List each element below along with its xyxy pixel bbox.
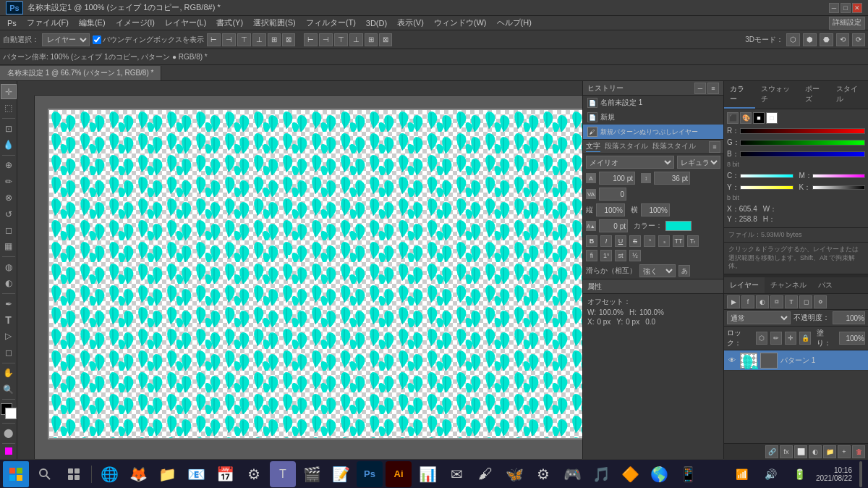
search-button[interactable] [32, 461, 58, 487]
fractions-button[interactable]: ½ [629, 250, 641, 261]
quick-mask-tool[interactable]: ⬤ [1, 426, 17, 441]
path-sel-tool[interactable]: ▷ [1, 329, 17, 344]
active-doc-tab[interactable]: 名称未設定 1 @ 66.7% (パターン 1, RGB/8) * [0, 66, 161, 80]
3d-btn1[interactable]: ⬡ [786, 33, 800, 46]
menu-filter[interactable]: フィルター(T) [302, 16, 360, 30]
italic-button[interactable]: I [600, 235, 612, 247]
layer-fx-btn[interactable]: fx [780, 445, 793, 458]
pen-tool[interactable]: ✒ [1, 296, 17, 311]
excel-app[interactable]: 📊 [414, 461, 441, 487]
shape-tool[interactable]: ◻ [1, 345, 17, 360]
menu-window[interactable]: ウィンドウ(W) [430, 16, 491, 30]
layer-mask-btn[interactable]: ⬜ [794, 445, 807, 458]
layer-link-btn[interactable]: 🔗 [765, 445, 778, 458]
history-minimize[interactable]: ─ [694, 83, 706, 94]
3d-btn3[interactable]: ⬣ [820, 33, 833, 46]
align-left-button[interactable]: ⊢ [207, 33, 221, 46]
menu-help[interactable]: ヘルプ(H) [493, 16, 536, 30]
menu-ps[interactable]: Ps [3, 17, 21, 29]
davinci-app[interactable]: 🎬 [299, 461, 325, 487]
subscript-button[interactable]: ₛ [658, 235, 670, 247]
align-hcenter-button[interactable]: ⊞ [268, 33, 281, 46]
baseline-input[interactable] [599, 219, 628, 232]
superscript-button[interactable]: ˢ [644, 235, 655, 247]
y-slider[interactable] [740, 185, 793, 190]
lock-pixels-btn[interactable]: ✏ [770, 332, 782, 345]
3d-btn5[interactable]: ⟳ [852, 33, 865, 46]
opacity-input[interactable] [833, 311, 865, 324]
network-icon[interactable]: 📶 [729, 461, 755, 487]
canvas-content[interactable] [49, 110, 582, 438]
hand-tool[interactable]: ✋ [1, 366, 17, 381]
text-tab-parastyle[interactable]: 段落スタイル [605, 141, 648, 152]
layers-tab[interactable]: レイヤー [724, 277, 765, 293]
clone-tool[interactable]: ⊗ [1, 190, 17, 205]
m-slider[interactable] [812, 174, 866, 178]
fill-input[interactable] [839, 332, 865, 345]
swatches-tab[interactable]: スウォッチ [755, 81, 799, 109]
align-bottom-button[interactable]: ⊥ [252, 33, 266, 46]
align-top-button[interactable]: ⊤ [237, 33, 251, 46]
layer-visibility-btn[interactable]: 👁 [727, 356, 737, 366]
dodge-tool[interactable]: ◐ [1, 276, 17, 291]
poses-tab[interactable]: ポーズ [799, 81, 830, 109]
align-center-button[interactable]: ⊣ [222, 33, 236, 46]
text-color-swatch[interactable] [665, 221, 692, 231]
menu-format[interactable]: 書式(Y) [212, 16, 247, 30]
calendar-app[interactable]: 📅 [212, 461, 238, 487]
notepad-app[interactable]: 📝 [328, 461, 354, 487]
font-size-input[interactable] [599, 172, 635, 185]
paint-app[interactable]: 🖌 [472, 461, 498, 487]
leading-input[interactable] [654, 172, 690, 185]
c-slider[interactable] [740, 174, 793, 178]
layer-group-btn[interactable]: 📁 [823, 445, 836, 458]
text-tab-parastyle2[interactable]: 段落スタイル [652, 141, 696, 152]
k-slider[interactable] [812, 185, 866, 190]
background-color[interactable] [5, 408, 17, 419]
ligaturesbutton[interactable]: fi [586, 250, 597, 261]
minimize-button[interactable]: ─ [829, 3, 839, 13]
volume-icon[interactable]: 🔊 [758, 461, 784, 487]
layer-delete-btn[interactable]: 🗑 [852, 445, 865, 458]
3d-btn2[interactable]: ⬢ [803, 33, 817, 46]
menu-view[interactable]: 表示(V) [393, 16, 428, 30]
smallcaps-button[interactable]: Tₜ [687, 235, 699, 247]
styles-tab[interactable]: スタイル [830, 81, 868, 109]
show-desktop-button[interactable] [859, 461, 862, 487]
chrome-app[interactable]: 🌐 [96, 461, 122, 487]
text-panel-menu[interactable]: ≡ [709, 141, 720, 153]
history-item-1[interactable]: 📄 名前未設定 1 [583, 96, 723, 110]
allcaps-button[interactable]: TT [673, 235, 684, 247]
bounding-box-checkbox[interactable] [93, 35, 101, 44]
dist-hcenter-button[interactable]: ⊞ [365, 33, 378, 46]
browser2-app[interactable]: 🌎 [646, 461, 672, 487]
vlc-app[interactable]: 🔶 [617, 461, 643, 487]
layer-new-btn[interactable]: + [838, 445, 851, 458]
history-menu[interactable]: ≡ [707, 83, 719, 94]
phone-app[interactable]: 📱 [675, 461, 701, 487]
photoshop-app[interactable]: Ps [357, 461, 383, 487]
channels-tab[interactable]: チャンネル [765, 277, 812, 293]
3d-btn4[interactable]: ⟲ [836, 33, 849, 46]
g-slider[interactable] [740, 140, 865, 146]
hscale-input[interactable] [641, 203, 670, 216]
lock-all-btn[interactable]: 🔒 [799, 332, 811, 345]
butterfly-app[interactable]: 🦋 [501, 461, 527, 487]
foreground-btn[interactable]: ■ [753, 112, 765, 124]
illustrator-app[interactable]: Ai [386, 461, 412, 487]
start-button[interactable] [3, 461, 29, 487]
eraser-tool[interactable]: ◻ [1, 222, 17, 237]
discreteligatures[interactable]: st [615, 250, 626, 261]
battery-icon[interactable]: 🔋 [787, 461, 813, 487]
auto-select-dropdown[interactable]: レイヤー [42, 33, 90, 46]
menu-layer[interactable]: レイヤー(L) [161, 16, 210, 30]
menu-3d[interactable]: 3D(D) [362, 17, 391, 29]
music-app[interactable]: 🎵 [588, 461, 614, 487]
task-view-button[interactable] [61, 461, 87, 487]
game-app[interactable]: 🎮 [559, 461, 585, 487]
menu-select[interactable]: 選択範囲(S) [249, 16, 300, 30]
history-item-3[interactable]: 🖌 新規パターンぬりつぶしレイヤー [583, 125, 723, 139]
text-tool[interactable]: T [1, 312, 17, 327]
underline-button[interactable]: U [615, 235, 626, 247]
mail-app[interactable]: 📧 [183, 461, 209, 487]
